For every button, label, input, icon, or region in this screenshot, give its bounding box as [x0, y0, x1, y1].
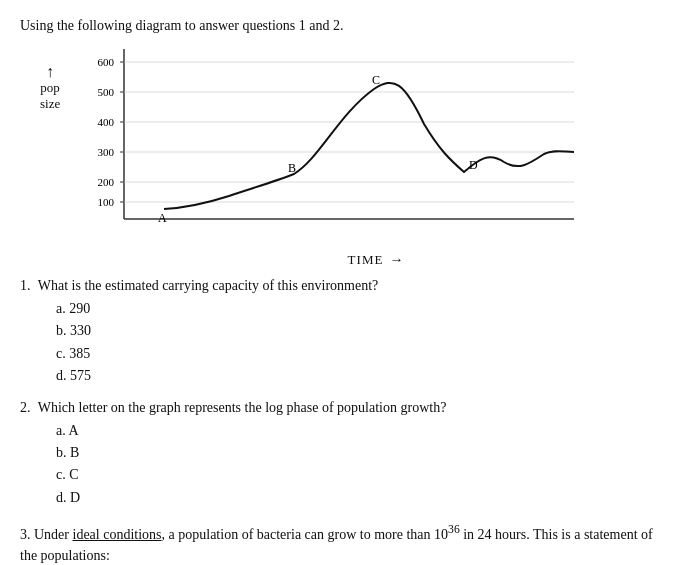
y-axis-size: size: [40, 96, 60, 112]
chart-svg: 600 500 400 300 200 100: [64, 44, 584, 244]
x-axis-arrow: →: [389, 252, 404, 268]
chart-container: 600 500 400 300 200 100: [64, 44, 584, 244]
question-2: 2. Which letter on the graph represents …: [20, 400, 672, 510]
question-2-options: a. A b. B c. C d. D: [56, 420, 672, 510]
question-1: 1. What is the estimated carrying capaci…: [20, 278, 672, 388]
questions-container: 1. What is the estimated carrying capaci…: [20, 278, 672, 565]
list-item: b. 330: [56, 320, 672, 342]
x-axis-time-label: TIME: [348, 252, 384, 268]
label-A: A: [158, 211, 167, 225]
chart-area: ↑ pop size 600 500 400 300: [40, 44, 672, 244]
label-D: D: [469, 158, 478, 172]
list-item: c. C: [56, 464, 672, 486]
svg-text:100: 100: [98, 196, 115, 208]
y-axis-arrow: ↑: [46, 64, 54, 80]
list-item: c. 385: [56, 343, 672, 365]
question-1-options: a. 290 b. 330 c. 385 d. 575: [56, 298, 672, 388]
list-item: b. B: [56, 442, 672, 464]
list-item: a. A: [56, 420, 672, 442]
svg-text:200: 200: [98, 176, 115, 188]
svg-text:600: 600: [98, 56, 115, 68]
svg-text:400: 400: [98, 116, 115, 128]
x-axis-label: TIME →: [80, 252, 672, 268]
intro-text: Using the following diagram to answer qu…: [20, 18, 672, 34]
svg-text:300: 300: [98, 146, 115, 158]
y-axis-pop: pop: [40, 80, 60, 96]
label-C: C: [372, 73, 380, 87]
y-axis-label: ↑ pop size: [40, 64, 60, 111]
list-item: a. 290: [56, 298, 672, 320]
question-3: 3. Under ideal conditions, a population …: [20, 521, 672, 565]
label-B: B: [288, 161, 296, 175]
question-2-text: 2. Which letter on the graph represents …: [20, 400, 672, 416]
list-item: d. 575: [56, 365, 672, 387]
question-1-text: 1. What is the estimated carrying capaci…: [20, 278, 672, 294]
svg-text:500: 500: [98, 86, 115, 98]
question-3-text: 3. Under ideal conditions, a population …: [20, 521, 672, 565]
list-item: d. D: [56, 487, 672, 509]
